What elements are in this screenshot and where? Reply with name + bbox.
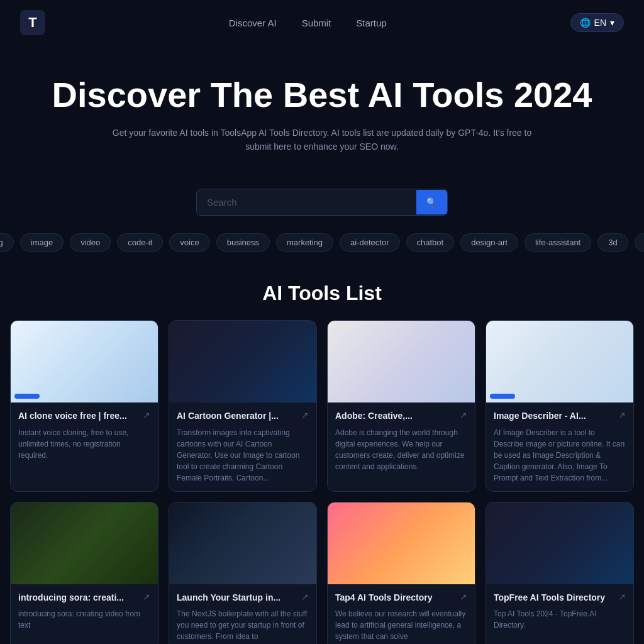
card-title-row-4: Image Describer - AI... ↗ xyxy=(494,410,626,421)
card-body-6: Launch Your Startup in... ↗ The NextJS b… xyxy=(169,584,316,644)
card-badge-4 xyxy=(490,394,515,399)
card-title-3: Adobe: Creative,... xyxy=(335,410,456,421)
tool-card-5[interactable]: introducing sora: creati... ↗ introducin… xyxy=(10,502,158,644)
card-desc-3: Adobe is changing the world through digi… xyxy=(335,427,467,472)
card-desc-6: The NextJS boilerplate with all the stuf… xyxy=(177,608,309,642)
hero-section: Discover The Best AI Tools 2024 Get your… xyxy=(0,45,644,189)
external-link-icon-2: ↗ xyxy=(301,410,309,420)
card-body-1: AI clone voice free | free... ↗ Instant … xyxy=(11,402,158,468)
card-title-4: Image Describer - AI... xyxy=(494,410,614,421)
card-thumb-6 xyxy=(169,502,316,584)
navbar: T Discover AI Submit Startup 🌐 EN ▾ xyxy=(0,0,644,45)
card-badge-1 xyxy=(14,394,40,399)
search-container: 🔍 xyxy=(0,189,644,216)
tool-card-8[interactable]: TopFree AI Tools Directory ↗ Top AI Tool… xyxy=(486,502,634,644)
card-title-6: Launch Your Startup in... xyxy=(177,592,297,603)
nav-link-startup[interactable]: Startup xyxy=(356,18,386,28)
card-title-8: TopFree AI Tools Directory xyxy=(494,592,614,603)
tool-card-4[interactable]: Image Describer - AI... ↗ AI Image Descr… xyxy=(486,320,634,491)
tag-marketing[interactable]: marketing xyxy=(276,233,333,252)
search-icon: 🔍 xyxy=(426,197,437,207)
card-thumb-3 xyxy=(328,321,475,402)
card-desc-2: Transform images into captivating cartoo… xyxy=(177,427,309,484)
tool-card-2[interactable]: AI Cartoon Generator |... ↗ Transform im… xyxy=(169,320,317,491)
card-title-2: AI Cartoon Generator |... xyxy=(177,410,297,421)
card-body-2: AI Cartoon Generator |... ↗ Transform im… xyxy=(169,402,316,491)
card-title-row-2: AI Cartoon Generator |... ↗ xyxy=(177,410,309,421)
tag-video[interactable]: video xyxy=(70,233,111,252)
card-desc-4: AI Image Describer is a tool to Describe… xyxy=(494,427,626,484)
section-title: AI Tools List xyxy=(0,282,644,305)
tag-voice[interactable]: voice xyxy=(169,233,209,252)
card-thumb-7 xyxy=(328,502,475,584)
card-title-7: Tap4 AI Tools Directory xyxy=(335,592,456,603)
external-link-icon-6: ↗ xyxy=(301,592,309,602)
nav-right: 🌐 EN ▾ xyxy=(570,13,624,32)
tag-3d[interactable]: 3d xyxy=(597,233,628,252)
globe-icon: 🌐 xyxy=(580,18,591,28)
card-title-row-8: TopFree AI Tools Directory ↗ xyxy=(494,592,626,603)
card-title-1: AI clone voice free | free... xyxy=(18,410,139,421)
lang-label: EN xyxy=(594,18,606,28)
card-desc-8: Top AI Tools 2024 - TopFree.AI Directory… xyxy=(494,608,626,631)
card-desc-1: Instant voice cloning, free to use, unli… xyxy=(18,427,150,461)
card-title-5: introducing sora: creati... xyxy=(18,592,139,603)
card-thumb-4 xyxy=(486,321,633,402)
card-body-3: Adobe: Creative,... ↗ Adobe is changing … xyxy=(328,402,475,479)
language-button[interactable]: 🌐 EN ▾ xyxy=(570,13,624,32)
card-title-row-5: introducing sora: creati... ↗ xyxy=(18,592,150,603)
hero-title: Discover The Best AI Tools 2024 xyxy=(20,75,624,114)
card-thumb-2 xyxy=(169,321,316,402)
external-link-icon-5: ↗ xyxy=(143,592,150,602)
tool-card-6[interactable]: Launch Your Startup in... ↗ The NextJS b… xyxy=(169,502,317,644)
tools-grid: AI clone voice free | free... ↗ Instant … xyxy=(0,320,644,644)
external-link-icon-7: ↗ xyxy=(460,592,467,602)
external-link-icon-8: ↗ xyxy=(618,592,626,602)
card-title-row-1: AI clone voice free | free... ↗ xyxy=(18,410,150,421)
nav-link-submit[interactable]: Submit xyxy=(302,18,331,28)
card-title-row-7: Tap4 AI Tools Directory ↗ xyxy=(335,592,467,603)
card-thumb-1 xyxy=(11,321,158,402)
tag-ai-detector[interactable]: ai-detector xyxy=(340,233,399,252)
tool-card-1[interactable]: AI clone voice free | free... ↗ Instant … xyxy=(10,320,158,491)
tag-design-art[interactable]: design-art xyxy=(460,233,518,252)
card-thumb-5 xyxy=(11,502,158,584)
tag-life-assistant[interactable]: life-assistant xyxy=(525,233,591,252)
nav-links: Discover AI Submit Startup xyxy=(229,18,387,28)
card-title-row-3: Adobe: Creative,... ↗ xyxy=(335,410,467,421)
tag-code-it[interactable]: code-it xyxy=(117,233,163,252)
card-body-7: Tap4 AI Tools Directory ↗ We believe our… xyxy=(328,584,475,644)
search-box: 🔍 xyxy=(196,189,448,216)
tag-education[interactable]: education xyxy=(635,233,644,252)
hero-subtitle: Get your favorite AI tools in ToolsApp A… xyxy=(102,126,542,154)
tags-row: text-writing image video code-it voice b… xyxy=(0,228,644,257)
tag-chatbot[interactable]: chatbot xyxy=(406,233,455,252)
external-link-icon-3: ↗ xyxy=(460,410,467,420)
card-thumb-8 xyxy=(486,502,633,584)
nav-link-discover[interactable]: Discover AI xyxy=(229,18,277,28)
card-title-row-6: Launch Your Startup in... ↗ xyxy=(177,592,309,603)
search-button[interactable]: 🔍 xyxy=(416,190,447,214)
external-link-icon-1: ↗ xyxy=(143,410,150,420)
tag-business[interactable]: business xyxy=(216,233,270,252)
tag-image[interactable]: image xyxy=(20,233,64,252)
tool-card-7[interactable]: Tap4 AI Tools Directory ↗ We believe our… xyxy=(327,502,475,644)
tag-text-writing[interactable]: text-writing xyxy=(0,233,14,252)
card-body-5: introducing sora: creati... ↗ introducin… xyxy=(11,584,158,638)
search-input[interactable] xyxy=(197,189,416,215)
card-desc-5: introducing sora: creating video from te… xyxy=(18,608,150,631)
chevron-down-icon: ▾ xyxy=(610,18,614,28)
logo[interactable]: T xyxy=(20,10,45,35)
card-desc-7: We believe our research will eventually … xyxy=(335,608,467,642)
card-body-8: TopFree AI Tools Directory ↗ Top AI Tool… xyxy=(486,584,633,638)
card-body-4: Image Describer - AI... ↗ AI Image Descr… xyxy=(486,402,633,491)
external-link-icon-4: ↗ xyxy=(618,410,626,420)
tool-card-3[interactable]: Adobe: Creative,... ↗ Adobe is changing … xyxy=(327,320,475,491)
